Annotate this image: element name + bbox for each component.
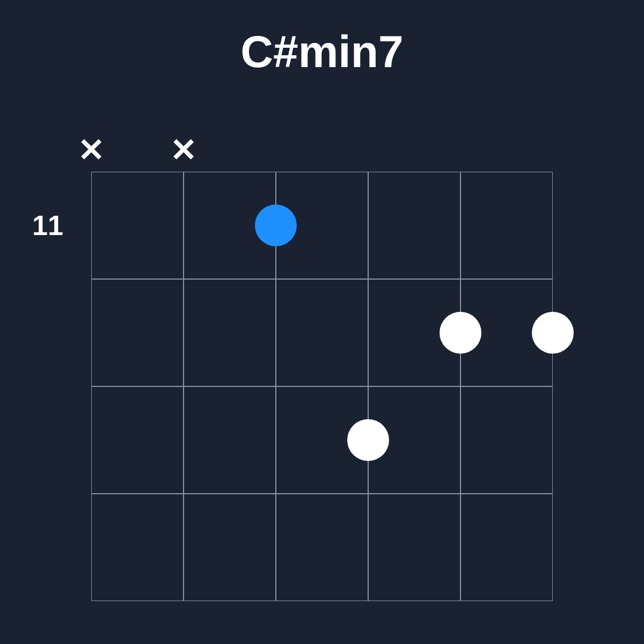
- finger-dot: [532, 312, 574, 354]
- mute-marker-icon: ✕: [78, 134, 105, 166]
- root-note-dot: [255, 204, 297, 246]
- chord-title: C#min7: [240, 26, 403, 78]
- mute-marker-icon: ✕: [170, 134, 197, 166]
- finger-dot: [440, 312, 481, 354]
- finger-dot: [347, 419, 389, 461]
- fretboard-grid: [91, 172, 553, 601]
- starting-fret-label: 11: [32, 209, 63, 241]
- chord-diagram: 11✕✕: [91, 140, 553, 601]
